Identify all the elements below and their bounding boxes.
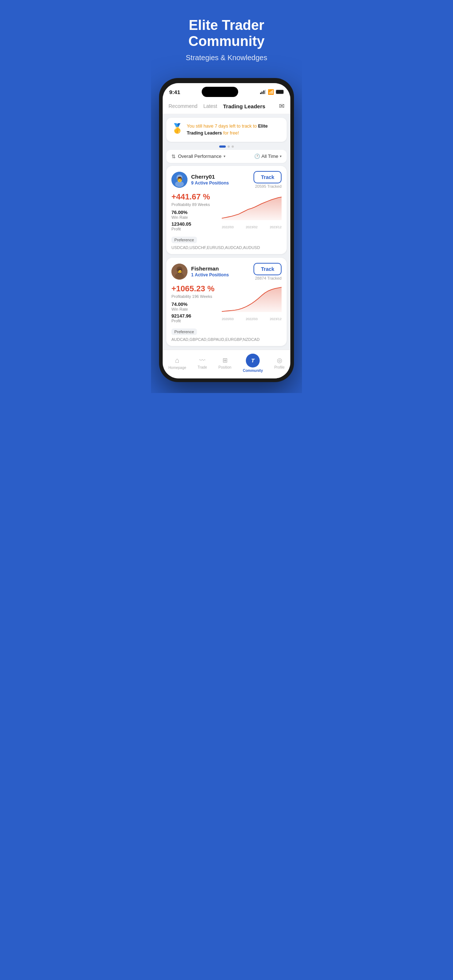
trader-positions-fisherman: 1 Active Positions xyxy=(191,272,254,277)
profile-icon: ◎ xyxy=(277,356,282,364)
nav-profile-label: Profile xyxy=(274,365,284,369)
mail-icon[interactable]: ✉ xyxy=(279,102,284,110)
trader-header-cherry01: 👨 Cherry01 9 Active Positions Track 2059… xyxy=(171,171,282,188)
trader-info-fisherman: Fisherman 1 Active Positions xyxy=(191,266,254,277)
performance-label: Overall Performance xyxy=(178,153,222,159)
nav-profile[interactable]: ◎ Profile xyxy=(274,356,284,369)
track-col-cherry01: Track 20595 Tracked xyxy=(254,171,282,188)
trader-name-cherry01: Cherry01 xyxy=(191,173,254,180)
nav-community-label: Community xyxy=(243,369,263,372)
trader-name-fisherman: Fisherman xyxy=(191,266,254,272)
nav-trade-label: Trade xyxy=(198,365,207,369)
status-time: 9:41 xyxy=(169,89,180,95)
tab-recommend[interactable]: Recommend xyxy=(169,103,197,109)
trader-card-cherry01: 👨 Cherry01 9 Active Positions Track 2059… xyxy=(166,166,287,254)
chevron-down-icon: ▾ xyxy=(223,154,225,158)
win-rate-fisherman: 74.00% Win Rate xyxy=(171,302,219,311)
nav-homepage-label: Homepage xyxy=(169,366,187,370)
chart-labels-fisherman: 2020/03 2022/03 2023/12 xyxy=(222,317,282,321)
tab-latest[interactable]: Latest xyxy=(203,103,217,109)
trader-body-cherry01: +441.67 % Profitability 89 Weeks 76.00% … xyxy=(171,192,282,233)
performance-filter[interactable]: ⇅ Overall Performance ▾ xyxy=(171,153,225,159)
banner-card: 🥇 You still have 7 days left to track to… xyxy=(166,118,287,142)
hero-title: Elite TraderCommunity xyxy=(160,18,293,49)
profit-fisherman: 92147.96 Profit xyxy=(171,313,219,323)
nav-trade[interactable]: 〰 Trade xyxy=(198,357,207,369)
nav-homepage[interactable]: ⌂ Homepage xyxy=(169,356,187,370)
time-label: All Time xyxy=(262,153,278,159)
profit-pct-fisherman: +1065.23 % xyxy=(171,284,219,293)
filter-bar: ⇅ Overall Performance ▾ 🕐 All Time ▾ xyxy=(166,150,287,163)
dot-inactive-2 xyxy=(231,145,234,148)
dot-active xyxy=(219,145,226,148)
tracked-count-fisherman: 28874 Tracked xyxy=(255,276,282,280)
avatar-cherry01: 👨 xyxy=(171,172,187,188)
trader-header-fisherman: 🧔 Fisherman 1 Active Positions Track 288… xyxy=(171,263,282,280)
home-icon: ⌂ xyxy=(175,356,179,364)
trader-stats-fisherman: +1065.23 % Profitability 196 Weeks 74.00… xyxy=(171,284,219,325)
profit-pct-cherry01: +441.67 % xyxy=(171,192,219,202)
profitability-label-cherry01: Profitability 89 Weeks xyxy=(171,202,219,207)
svg-text:🧔: 🧔 xyxy=(177,268,183,275)
phone-shell: 9:41 📶 Recommend Latest Trading Leaders … xyxy=(159,78,294,382)
time-filter[interactable]: 🕐 All Time ▾ xyxy=(254,153,282,159)
phone-screen: 9:41 📶 Recommend Latest Trading Leaders … xyxy=(163,83,290,379)
trader-info-cherry01: Cherry01 9 Active Positions xyxy=(191,173,254,186)
preference-pairs-cherry01: USDCAD,USDCHF,EURUSD,AUDCAD,AUDUSD xyxy=(171,245,260,250)
tracked-count-cherry01: 20595 Tracked xyxy=(255,184,282,188)
trader-positions-cherry01: 9 Active Positions xyxy=(191,180,254,186)
nav-community[interactable]: T Community xyxy=(243,354,263,372)
chart-fisherman: 2020/03 2022/03 2023/12 xyxy=(222,284,282,320)
nav-position[interactable]: ⊞ Position xyxy=(219,356,231,369)
chart-cherry01: 2022/03 2023/02 2023/12 xyxy=(222,192,282,229)
tab-trading-leaders[interactable]: Trading Leaders xyxy=(223,103,266,110)
chevron-down-icon-2: ▾ xyxy=(280,154,282,158)
avatar-fisherman: 🧔 xyxy=(171,264,187,280)
profitability-label-fisherman: Profitability 196 Weeks xyxy=(171,294,219,299)
track-button-cherry01[interactable]: Track xyxy=(254,171,282,183)
hero-section: Elite TraderCommunity Strategies & Knowl… xyxy=(151,0,302,69)
preference-row-fisherman: Preference AUDCAD,GBPCAD,GBPAUD,EURGBP,N… xyxy=(171,328,282,342)
community-active-btn: T xyxy=(246,354,260,368)
preference-pairs-fisherman: AUDCAD,GBPCAD,GBPAUD,EURGBP,NZDCAD xyxy=(171,337,260,342)
trader-card-fisherman: 🧔 Fisherman 1 Active Positions Track 288… xyxy=(166,258,287,346)
position-icon: ⊞ xyxy=(222,356,228,364)
svg-text:👨: 👨 xyxy=(177,177,183,183)
status-icons: 📶 xyxy=(260,89,284,95)
track-col-fisherman: Track 28874 Tracked xyxy=(254,263,282,280)
dot-inactive xyxy=(228,145,230,148)
win-rate-cherry01: 76.00% Win Rate xyxy=(171,210,219,220)
hero-subtitle: Strategies & Knowledges xyxy=(160,54,293,62)
nav-position-label: Position xyxy=(219,365,231,369)
preference-row-cherry01: Preference USDCAD,USDCHF,EURUSD,AUDCAD,A… xyxy=(171,237,282,250)
preference-badge-cherry01: Preference xyxy=(171,237,197,243)
nav-tabs: Recommend Latest Trading Leaders ✉ xyxy=(163,97,290,114)
track-button-fisherman[interactable]: Track xyxy=(254,263,282,275)
preference-badge-fisherman: Preference xyxy=(171,328,197,335)
trader-stats-cherry01: +441.67 % Profitability 89 Weeks 76.00% … xyxy=(171,192,219,233)
banner-text: You still have 7 days left to track to E… xyxy=(187,123,282,137)
bottom-nav: ⌂ Homepage 〰 Trade ⊞ Position T Communit… xyxy=(163,350,290,379)
chart-labels-cherry01: 2022/03 2023/02 2023/12 xyxy=(222,225,282,229)
profit-cherry01: 12340.05 Profit xyxy=(171,221,219,231)
trade-icon: 〰 xyxy=(199,357,205,364)
banner-dots xyxy=(163,144,290,150)
banner-icon: 🥇 xyxy=(171,123,183,134)
trader-body-fisherman: +1065.23 % Profitability 196 Weeks 74.00… xyxy=(171,284,282,325)
